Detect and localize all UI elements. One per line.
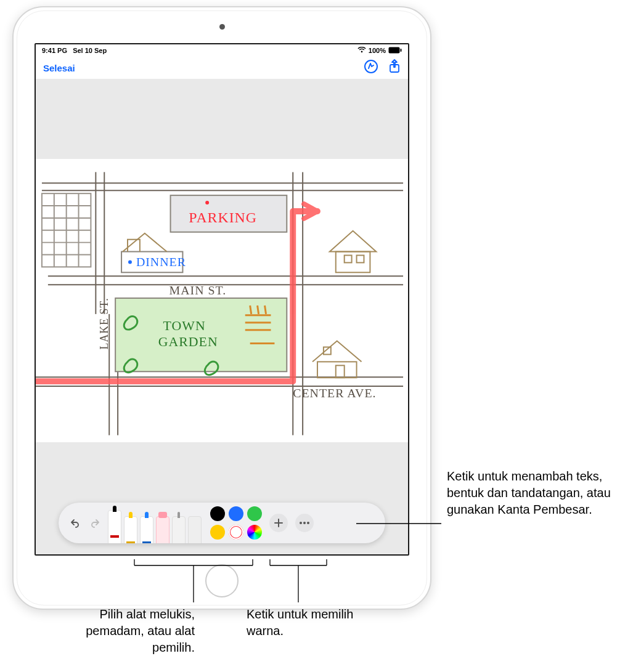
- callout-colors: Ketik untuk memilih warna.: [247, 606, 357, 639]
- callout-add: Ketik untuk menambah teks, bentuk dan ta…: [447, 468, 626, 518]
- callout-tools: Pilih alat melukis, pemadam, atau alat p…: [59, 606, 195, 656]
- callout-leader-lines: [0, 0, 641, 672]
